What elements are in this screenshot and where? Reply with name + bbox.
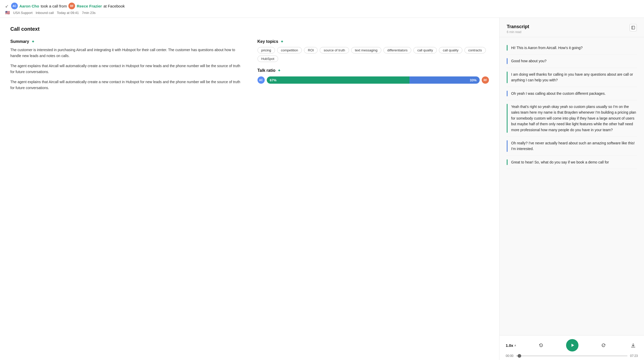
- summary-para-3: The agent explains that Aircall will aut…: [10, 79, 242, 91]
- contact-name[interactable]: Reece Frazier: [77, 4, 102, 8]
- message-border-contact: [507, 91, 508, 96]
- svg-text:10: 10: [540, 345, 542, 346]
- message-border-contact: [507, 58, 508, 64]
- total-time: 07:23: [630, 354, 638, 358]
- svg-marker-3: [571, 344, 574, 347]
- page-title: Call context: [10, 26, 489, 32]
- message-text: Oh really? I've never actually heard abo…: [511, 140, 637, 152]
- transcript-header-left: Transcript 6 min read: [507, 24, 529, 34]
- right-panel: Transcript 6 min read Hi! This is Aaron …: [500, 18, 644, 360]
- agent-avatar: AC: [11, 3, 18, 9]
- ac-percent-label: 67%: [270, 78, 277, 82]
- rewind-button[interactable]: 10: [536, 341, 546, 350]
- agent-name[interactable]: Aaron Cho: [19, 4, 39, 8]
- transcript-subtitle: 6 min read: [507, 30, 529, 34]
- message: I am doing well thanks for calling in yo…: [507, 68, 637, 87]
- progress-bar[interactable]: [516, 355, 627, 356]
- summary-column: Summary ✦ The customer is interested in …: [10, 39, 242, 95]
- top-bar: ↙ AC Aaron Cho took a call from RF Reece…: [0, 0, 644, 18]
- audio-player: 1.0x ∧ 10: [500, 335, 644, 360]
- topic-tag: source of truth: [320, 47, 349, 53]
- summary-para-2: The agent explains that Aircall will aut…: [10, 63, 242, 75]
- download-button[interactable]: [629, 341, 638, 350]
- platform-text: at Facebook: [103, 4, 125, 8]
- summary-para-1: The customer is interested in purchasing…: [10, 47, 242, 59]
- talk-ratio-label: Talk ratio: [257, 68, 276, 73]
- message-border-agent: [507, 45, 508, 51]
- ratio-ac-avatar: AC: [257, 76, 265, 84]
- speed-chevron-icon: ∧: [514, 344, 516, 347]
- message-border-contact: [507, 140, 508, 152]
- contact-avatar: RF: [68, 3, 75, 9]
- message-border-agent: [507, 104, 508, 133]
- transcript-header: Transcript 6 min read: [500, 18, 644, 37]
- message: Good how about you?: [507, 54, 637, 68]
- message-text: Good how about you?: [511, 58, 546, 64]
- message-border-agent: [507, 72, 508, 83]
- summary-sparkle-icon: ✦: [31, 39, 35, 44]
- collapse-icon[interactable]: ↙: [5, 4, 9, 9]
- call-time: Today at 09:41: [57, 11, 79, 15]
- svg-text:10: 10: [602, 345, 604, 346]
- talk-ratio-sparkle-icon: ✦: [277, 68, 281, 73]
- ratio-bar: 67% 33%: [267, 76, 480, 84]
- message-border-agent: [507, 159, 508, 165]
- message: Great to hear! So, what do you say if we…: [507, 156, 637, 169]
- team-name: USA Support: [13, 11, 33, 15]
- call-type: Inbound call: [36, 11, 54, 15]
- progress-container: 00:00 07:23: [506, 354, 638, 358]
- action-text: took a call from: [41, 4, 67, 8]
- topic-tag: competition: [277, 47, 302, 53]
- player-controls: 1.0x ∧ 10: [506, 339, 638, 351]
- key-topics-sparkle-icon: ✦: [280, 39, 284, 44]
- topic-tag: contracts: [464, 47, 486, 53]
- two-col-layout: Summary ✦ The customer is interested in …: [10, 39, 489, 95]
- fastforward-button[interactable]: 10: [599, 341, 608, 350]
- expand-button[interactable]: [630, 24, 637, 31]
- top-bar-meta-row: 🇺🇸 USA Support Inbound call Today at 09:…: [5, 10, 639, 15]
- speed-value: 1.0x: [506, 343, 513, 348]
- summary-label: Summary: [10, 39, 29, 44]
- message-text: Yeah that's right so yeah okay yeah so c…: [511, 104, 637, 133]
- message: Yeah that's right so yeah okay yeah so c…: [507, 100, 637, 137]
- play-button[interactable]: [566, 339, 578, 351]
- main-layout: Call context Summary ✦ The customer is i…: [0, 18, 644, 360]
- message: Oh really? I've never actually heard abo…: [507, 137, 637, 156]
- message-text: I am doing well thanks for calling in yo…: [511, 72, 637, 83]
- topic-tag: call quality: [413, 47, 437, 53]
- key-topics-title: Key topics ✦: [257, 39, 489, 44]
- top-bar-title-row: ↙ AC Aaron Cho took a call from RF Reece…: [5, 3, 639, 9]
- topic-tag: ROI: [304, 47, 318, 53]
- message: Hi! This is Aaron from Aircall. How's it…: [507, 41, 637, 54]
- rf-percent-label: 33%: [470, 78, 477, 82]
- topics-ratio-column: Key topics ✦ pricingcompetitionROIsource…: [257, 39, 489, 95]
- ratio-blue-bar: 33%: [409, 76, 480, 84]
- left-panel: Call context Summary ✦ The customer is i…: [0, 18, 500, 360]
- progress-thumb[interactable]: [518, 354, 521, 358]
- topic-tag: text messaging: [351, 47, 381, 53]
- key-topics-label: Key topics: [257, 39, 278, 44]
- current-time: 00:00: [506, 354, 513, 358]
- topic-tag: call quality: [439, 47, 462, 53]
- message: Oh yeah I was calling about the custom d…: [507, 87, 637, 100]
- transcript-title: Transcript: [507, 24, 529, 29]
- tags-container: pricingcompetitionROIsource of truthtext…: [257, 47, 489, 62]
- call-duration: 7min 23s: [82, 11, 96, 15]
- topic-tag: pricing: [257, 47, 275, 53]
- topic-tag: differentiators: [383, 47, 412, 53]
- summary-title: Summary ✦: [10, 39, 242, 44]
- ratio-bar-container: AC 67% 33% RF: [257, 76, 489, 84]
- ratio-green-bar: 67%: [267, 76, 409, 84]
- flag-icon: 🇺🇸: [5, 10, 10, 15]
- message-text: Great to hear! So, what do you say if we…: [511, 159, 609, 165]
- message-text: Oh yeah I was calling about the custom d…: [511, 91, 606, 96]
- message-text: Hi! This is Aaron from Aircall. How's it…: [511, 45, 583, 51]
- svg-rect-0: [632, 26, 635, 29]
- transcript-messages: Hi! This is Aaron from Aircall. How's it…: [500, 37, 644, 335]
- speed-control[interactable]: 1.0x ∧: [506, 343, 516, 348]
- ratio-rf-avatar: RF: [482, 76, 489, 84]
- talk-ratio-section: Talk ratio ✦: [257, 68, 489, 73]
- topic-tag: HubSpot: [257, 56, 278, 62]
